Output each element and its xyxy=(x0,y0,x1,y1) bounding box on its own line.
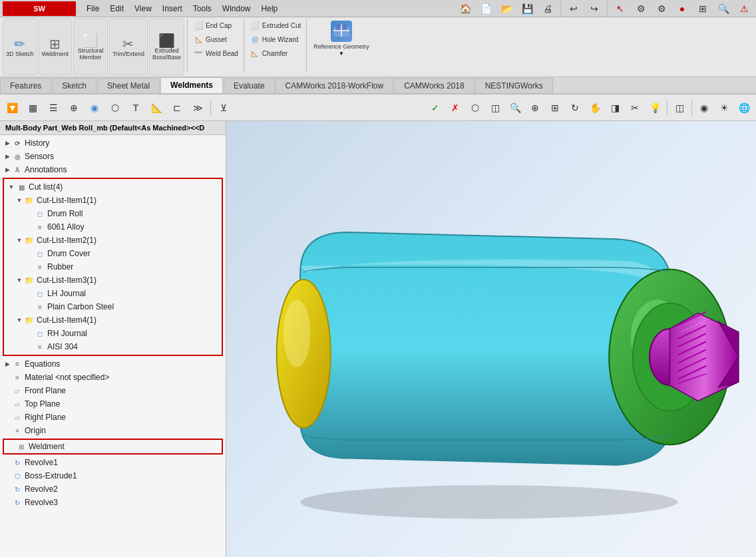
tb2-target[interactable]: ⊕ xyxy=(65,98,83,117)
tree-history[interactable]: ▶ ⟳ History xyxy=(0,136,226,150)
quick-redo[interactable]: ↪ xyxy=(585,0,604,18)
tab-weldments[interactable]: Weldments xyxy=(160,77,223,93)
vp-checkmark[interactable]: ✓ xyxy=(426,98,445,117)
btn-extruded-cut[interactable]: ⬜ Extruded Cut xyxy=(247,19,303,32)
vp-zoom[interactable]: ⊕ xyxy=(526,98,544,117)
tab-nesting[interactable]: NESTINGWorks xyxy=(475,78,553,93)
btn-hole-wizard[interactable]: ◎ Hole Wizard xyxy=(247,33,303,46)
vp-rotate[interactable]: ↻ xyxy=(566,98,584,117)
tab-camworks-workflow[interactable]: CAMWorks 2018-WorkFlow xyxy=(276,78,394,93)
quick-alerts[interactable]: ⚠ xyxy=(735,0,753,18)
vp-scene[interactable]: ☀ xyxy=(715,98,733,117)
expand-cutitem4[interactable]: ▼ xyxy=(15,315,24,325)
btn-endcap[interactable]: ⬜ End Cap xyxy=(190,19,241,32)
tree-drumroll[interactable]: ◻ Drum Roll xyxy=(4,207,222,220)
tb2-grid[interactable]: ▦ xyxy=(23,98,42,117)
vp-x[interactable]: ✗ xyxy=(446,98,465,117)
btn-trim[interactable]: ✂ Trim/Extend xyxy=(109,19,148,75)
vp-clip[interactable]: ✂ xyxy=(626,98,644,117)
btn-structural[interactable]: ⬜ StructuralMember xyxy=(73,19,108,75)
menu-window[interactable]: Window xyxy=(217,3,256,15)
vp-appearance[interactable]: ◉ xyxy=(695,98,713,117)
tb2-solid[interactable]: ⬡ xyxy=(106,98,124,117)
btn-weldbead[interactable]: 〰 Weld Bead xyxy=(190,47,241,60)
expand-equations[interactable]: ▶ xyxy=(3,359,12,369)
menu-file[interactable]: File xyxy=(81,3,104,15)
tab-camworks[interactable]: CAMWorks 2018 xyxy=(394,78,474,93)
tree-revolve2[interactable]: ↻ Revolve2 xyxy=(0,482,226,496)
tab-features[interactable]: Features xyxy=(0,78,51,93)
tree-annotations[interactable]: ▶ A Annotations xyxy=(0,163,226,176)
tree-frontplane[interactable]: ▱ Front Plane xyxy=(0,384,226,397)
quick-undo[interactable]: ↩ xyxy=(564,0,583,18)
expand-cutitem3[interactable]: ▼ xyxy=(15,276,24,285)
tree-6061alloy[interactable]: ≡ 6061 Alloy xyxy=(4,220,222,234)
btn-gusset[interactable]: ◺ Gusset xyxy=(190,33,241,46)
tb2-funnel[interactable]: ⊏ xyxy=(168,98,186,117)
expand-annotations[interactable]: ▶ xyxy=(3,165,12,174)
ref-geom-dropdown[interactable]: ▼ xyxy=(339,51,344,57)
tab-evaluate[interactable]: Evaluate xyxy=(224,78,275,93)
expand-history[interactable]: ▶ xyxy=(3,138,12,148)
tree-rubber[interactable]: ≡ Rubber xyxy=(4,260,222,274)
tb2-text[interactable]: T xyxy=(126,98,145,117)
btn-chamfer[interactable]: ◺ Chamfer xyxy=(247,47,303,60)
tree-aisi304[interactable]: ≡ AISI 304 xyxy=(4,340,222,353)
tree-rightplane[interactable]: ▱ Right Plane xyxy=(0,411,226,424)
vp-display[interactable]: ◫ xyxy=(670,98,689,117)
quick-select[interactable]: ↖ xyxy=(611,0,630,18)
3d-viewport[interactable] xyxy=(226,121,756,557)
expand-cutlist[interactable]: ▼ xyxy=(7,182,16,192)
tree-weldment[interactable]: ⊞ Weldment xyxy=(4,440,222,453)
vp-view1[interactable]: ◫ xyxy=(486,98,504,117)
tree-cutitem1[interactable]: ▼ 📁 Cut-List-Item1(1) xyxy=(4,194,222,207)
vp-pan[interactable]: ✋ xyxy=(586,98,604,117)
tb2-funnel2[interactable]: ⊻ xyxy=(214,98,233,117)
vp-cube[interactable]: ⬡ xyxy=(466,98,484,117)
tb2-ruler[interactable]: 📐 xyxy=(147,98,166,117)
tree-equations[interactable]: ▶ = Equations xyxy=(0,357,226,371)
quick-extra[interactable]: ● xyxy=(673,0,691,18)
tb2-more[interactable]: ≫ xyxy=(188,98,207,117)
btn-weldment[interactable]: ⊞ Weldment xyxy=(39,19,72,75)
vp-section[interactable]: ◨ xyxy=(606,98,624,117)
quick-print[interactable]: 🖨 xyxy=(538,0,557,18)
vp-view2[interactable]: 🔍 xyxy=(506,98,524,117)
vp-render[interactable]: 💡 xyxy=(646,98,664,117)
menu-help[interactable]: Help xyxy=(256,3,284,15)
btn-ref-geom[interactable]: Reference Geometry ▼ xyxy=(309,19,373,75)
tree-bossextrude1[interactable]: ⬡ Boss-Extrude1 xyxy=(0,469,226,482)
tab-sketch[interactable]: Sketch xyxy=(52,78,96,93)
tree-sensors[interactable]: ▶ ◎ Sensors xyxy=(0,150,226,163)
expand-sensors[interactable]: ▶ xyxy=(3,152,12,161)
tree-cutlist[interactable]: ▼ ▦ Cut list(4) xyxy=(4,180,222,194)
menu-view[interactable]: View xyxy=(129,3,157,15)
quick-more[interactable]: ⊞ xyxy=(693,0,712,18)
tb2-circle[interactable]: ◉ xyxy=(85,98,104,117)
tree-origin[interactable]: + Origin xyxy=(0,424,226,437)
tree-drumcover[interactable]: ◻ Drum Cover xyxy=(4,247,222,260)
quick-search[interactable]: 🔍 xyxy=(714,0,733,18)
expand-cutitem2[interactable]: ▼ xyxy=(15,236,24,245)
tab-sheet-metal[interactable]: Sheet Metal xyxy=(97,78,160,93)
tree-cutitem3[interactable]: ▼ 📁 Cut-List-Item3(1) xyxy=(4,274,222,287)
btn-extruded-boss[interactable]: ⬛ ExtrudedBoss/Base xyxy=(149,19,184,75)
vp-globe[interactable]: 🌐 xyxy=(735,98,753,117)
menu-insert[interactable]: Insert xyxy=(157,3,188,15)
quick-options[interactable]: ⚙ xyxy=(652,0,671,18)
tb2-list[interactable]: ☰ xyxy=(44,98,63,117)
menu-edit[interactable]: Edit xyxy=(104,3,129,15)
tree-cutitem4[interactable]: ▼ 📁 Cut-List-Item4(1) xyxy=(4,313,222,327)
vp-fit[interactable]: ⊞ xyxy=(546,98,564,117)
quick-home[interactable]: 🏠 xyxy=(456,0,474,18)
btn-3dsketch[interactable]: ✏ 3D Sketch xyxy=(3,19,37,75)
tree-cutitem2[interactable]: ▼ 📁 Cut-List-Item2(1) xyxy=(4,234,222,247)
tree-topplane[interactable]: ▱ Top Plane xyxy=(0,397,226,411)
tree-revolve1[interactable]: ↻ Revolve1 xyxy=(0,456,226,469)
quick-open[interactable]: 📂 xyxy=(497,0,516,18)
quick-new[interactable]: 📄 xyxy=(476,0,495,18)
tree-revolve3[interactable]: ↻ Revolve3 xyxy=(0,496,226,509)
menu-tools[interactable]: Tools xyxy=(188,3,217,15)
expand-cutitem1[interactable]: ▼ xyxy=(15,196,24,205)
quick-save[interactable]: 💾 xyxy=(518,0,536,18)
